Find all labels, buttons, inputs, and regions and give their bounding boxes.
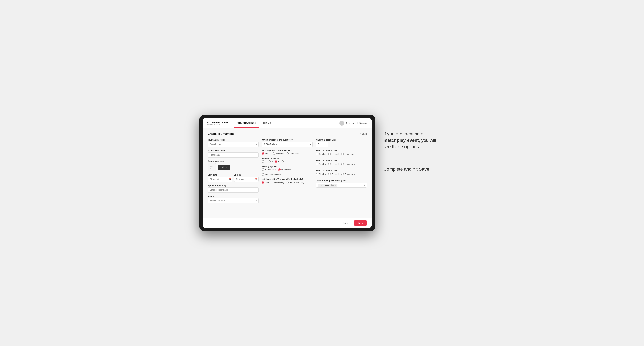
round-3[interactable]: 3 [275,161,279,163]
tournament-host-input[interactable] [208,142,258,147]
app-logo-sub: Powered by clippit [207,124,228,125]
app-logo: SCOREBOARD [207,121,228,124]
medal-match-play-label: Medal Match Play [265,173,281,176]
venue-label: Venue [208,195,258,197]
round-4[interactable]: 4 [281,161,286,163]
match-play-label: Match Play [281,169,291,171]
venue-field: Venue ▾ [208,195,258,203]
form-col-1: Tournament Host ▾ Tournament name [208,139,258,203]
round1-fourball[interactable]: Fourball [328,153,339,155]
gender-radio-mens[interactable]: Mens [262,153,270,155]
scoring-stroke-play[interactable]: Stroke Play [262,169,276,171]
tablet-device: SCOREBOARD Powered by clippit TOURNAMENT… [199,115,376,231]
page-content: Create Tournament ‹ Back Tournament Host [203,128,372,218]
max-team-size-input[interactable] [316,142,328,147]
max-team-size-label: Maximum Team Size [316,139,367,141]
end-date-label: End date [234,174,258,176]
sponsor-input[interactable] [208,187,258,192]
user-name: Test User [346,122,355,124]
back-chevron-icon: ‹ [360,133,361,135]
api-tag-remove-icon[interactable]: ✕ [334,184,336,186]
form-grid: Tournament Host ▾ Tournament name [208,139,367,203]
start-date-input[interactable] [208,177,232,182]
scoring-medal-match-play[interactable]: Medal Match Play [262,173,281,176]
round1-singles[interactable]: Singles [316,153,326,155]
round3-singles[interactable]: Singles [316,173,326,175]
pipe-separator: | [357,122,358,124]
upload-button[interactable]: Upload [218,165,230,170]
api-dropdown-icon: ▾ [364,184,365,186]
annotation-bottom-text: Complete and hit Save. [384,166,441,173]
event-individuals[interactable]: Individuals Only [286,181,304,184]
end-date-field: End date [234,174,258,182]
round1-match-type-label: Round 1 - Match Type [316,149,367,152]
scoring-system-label: Scoring system [262,165,313,168]
annotation-bottom-block: Complete and hit Save. [384,162,445,173]
round-1[interactable]: 1 [262,161,266,163]
tournament-name-field: Tournament name [208,149,258,158]
event-for-radio-group: Teams (+Individuals) Individuals Only [262,181,313,184]
round1-match-type-section: Round 1 - Match Type Singles Fourball [316,149,367,155]
round1-radio-group: Singles Fourball Foursomes [316,153,367,155]
nav-tab-tournaments[interactable]: TOURNAMENTS [234,118,260,128]
logo-upload-row: ⬚ Upload [208,163,258,171]
event-for-label: Is this event for Teams and/or Individua… [262,178,313,180]
tournament-name-input[interactable] [208,153,258,158]
gender-radio-combined[interactable]: Combined [286,153,299,155]
form-col-3: Maximum Team Size Round 1 - Match Type S… [316,139,367,203]
page-footer: Cancel Save [203,218,372,228]
round3-fourball[interactable]: Fourball [328,173,339,175]
annotation-top-block: If you are creating a matchplay event, y… [384,131,445,150]
start-date-wrapper [208,177,232,182]
round-2[interactable]: 2 [268,161,273,163]
back-label: Back [362,133,366,135]
max-team-size-field: Maximum Team Size [316,139,367,147]
division-select[interactable]: NCAA Division I NCAA Division II NCAA Di… [262,142,313,147]
round2-singles[interactable]: Singles [316,163,326,165]
division-label: Which division is the event for? [262,139,313,141]
back-button[interactable]: ‹ Back [360,133,366,135]
tournament-host-wrapper: ▾ [208,142,258,147]
start-date-field: Start date [208,174,232,182]
event-teams[interactable]: Teams (+Individuals) [262,181,284,184]
sign-out-link[interactable]: Sign out [359,122,368,124]
gender-radio-womens[interactable]: Womens [272,153,284,155]
gender-mens-label: Mens [265,153,270,155]
gender-label: Which gender is the event for? [262,149,313,152]
round1-foursomes[interactable]: Foursomes [341,153,355,155]
gender-radio-group: Mens Womens Combined [262,153,313,155]
sponsor-field: Sponsor (optional) [208,184,258,192]
scoring-system-field: Scoring system Stroke Play Match Play [262,165,313,176]
teams-label: Teams (+Individuals) [265,181,284,184]
end-date-wrapper [234,177,258,182]
nav-right: T Test User | Sign out [339,121,368,126]
scoring-match-play[interactable]: Match Play [278,169,291,171]
save-button[interactable]: Save [354,220,367,226]
venue-input[interactable] [208,198,258,203]
round2-radio-group: Singles Fourball Foursomes [316,163,367,165]
nav-tab-teams[interactable]: TEAMS [260,118,274,128]
tournament-logo-label: Tournament logo [208,160,258,162]
date-row: Start date End date [208,174,258,182]
annotation-bottom-bold: Save [419,167,429,172]
tablet-screen: SCOREBOARD Powered by clippit TOURNAMENT… [203,118,372,228]
tournament-host-label: Tournament Host [208,139,258,141]
third-party-api-field: Use third-party live scoring API? Leader… [316,179,367,188]
end-date-input[interactable] [234,177,258,182]
division-field: Which division is the event for? NCAA Di… [262,139,313,147]
third-party-api-select[interactable]: Leaderboard King ✕ ▾ [316,182,367,188]
third-party-api-label: Use third-party live scoring API? [316,179,367,182]
event-for-field: Is this event for Teams and/or Individua… [262,178,313,184]
round2-fourball[interactable]: Fourball [328,163,339,165]
rounds-label: Number of rounds [262,157,313,160]
round3-radio-group: Singles Fourball Foursomes [316,173,367,175]
round2-foursomes[interactable]: Foursomes [341,163,355,165]
cancel-button[interactable]: Cancel [340,221,352,225]
stroke-play-label: Stroke Play [265,169,276,171]
tournament-name-label: Tournament name [208,149,258,152]
tournament-logo-field: Tournament logo ⬚ Upload [208,160,258,171]
api-tag-text: Leaderboard King [319,184,334,186]
round3-foursomes[interactable]: Foursomes [341,173,355,175]
rounds-radio-group: 1 2 3 [262,161,313,163]
page-title: Create Tournament [208,132,234,136]
